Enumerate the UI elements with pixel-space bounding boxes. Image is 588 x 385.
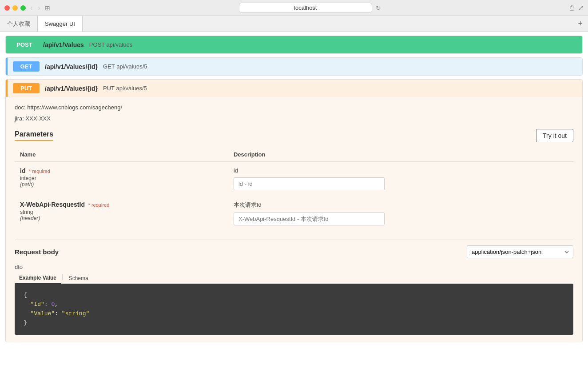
tab-bar: 个人收藏 Swagger UI + [0,16,588,32]
put-endpoint-description: PUT api/values/5 [103,85,147,92]
put-endpoint-block: PUT /api/v1/Values/{id} PUT api/values/5… [5,79,583,342]
id-description: id [234,167,568,174]
traffic-lights [4,5,26,11]
url-bar-container: localhost ↻ [54,3,566,13]
xwebapi-param-desc-cell: 本次请求Id [228,196,573,231]
browser-actions: ⎙ ⤢ [570,4,584,12]
get-method-badge: GET [13,61,40,72]
id-type-label: integer [20,175,223,181]
parameters-title: Parameters [15,130,53,141]
id-param-name-cell: id * required integer (path) [15,162,228,196]
dto-label: dto [15,264,573,270]
tab-divider: | [62,273,64,284]
post-endpoint-block: POST /api/v1/Values POST api/values [5,36,583,54]
request-body-title: Request body [15,248,59,256]
code-block: { "Id": 0, "Value": "string" } [15,284,573,335]
xwebapi-param-name: X-WebApi-ResquestId * required [20,201,223,208]
xwebapi-type-label: string [20,209,223,215]
code-id-key: "Id" [31,301,44,308]
minimize-button[interactable] [12,5,18,11]
url-bar[interactable]: localhost [239,3,372,13]
tab-bookmarks[interactable]: 个人收藏 [0,16,38,32]
xwebapi-location-label: (header) [20,215,223,221]
id-param-name: id * required [20,167,223,174]
fullscreen-button[interactable] [20,5,26,11]
add-tab-button[interactable]: + [572,16,588,32]
request-body-header: Request body application/json-patch+json… [15,240,573,258]
post-endpoint-header[interactable]: POST /api/v1/Values POST api/values [6,36,582,53]
browser-chrome: ‹ › ⊞ localhost ↻ ⎙ ⤢ [0,0,588,16]
post-endpoint-path: /api/v1/Values [43,41,84,48]
put-endpoint-path: /api/v1/Values/{id} [45,85,98,92]
jira-line: jira: XXX-XXX [15,115,573,122]
put-endpoint-header[interactable]: PUT /api/v1/Values/{id} PUT api/values/5 [6,80,582,97]
id-param-desc-cell: id [228,162,573,196]
params-table-header-row: Name Description [15,148,573,162]
description-column-header: Description [228,148,573,162]
post-method-badge: POST [11,40,38,50]
forward-button[interactable]: › [37,4,41,12]
schema-tab[interactable]: Schema [64,273,93,284]
params-table: Name Description id * required integer [15,148,573,231]
tab-swagger-label: Swagger UI [45,20,75,27]
xwebapi-required-badge: * required [88,202,110,208]
post-endpoint-description: POST api/values [89,41,132,48]
table-row: id * required integer (path) id [15,162,573,196]
xwebapi-name-label: X-WebApi-ResquestId [20,201,85,208]
tab-swagger[interactable]: Swagger UI [38,16,83,32]
resize-button[interactable]: ⤢ [578,4,584,12]
close-button[interactable] [4,5,10,11]
xwebapi-description: 本次请求Id [234,201,568,209]
main-content: POST /api/v1/Values POST api/values GET … [0,32,588,385]
xwebapi-param-name-cell: X-WebApi-ResquestId * required string (h… [15,196,228,231]
reload-button[interactable]: ↻ [376,4,381,12]
share-button[interactable]: ⎙ [570,4,574,12]
table-row: X-WebApi-ResquestId * required string (h… [15,196,573,231]
params-table-head: Name Description [15,148,573,162]
params-table-body: id * required integer (path) id [15,162,573,231]
parameters-section-header: Parameters Try it out [15,129,573,144]
get-endpoint-header[interactable]: GET /api/v1/Values/{id} GET api/values/5 [6,58,582,75]
example-value-tab[interactable]: Example Value [15,273,61,284]
get-endpoint-path: /api/v1/Values/{id} [45,63,98,70]
try-it-out-button[interactable]: Try it out [536,129,573,142]
doc-line: doc: https://www.cnblogs.com/sagecheng/ [15,104,573,111]
get-endpoint-description: GET api/values/5 [103,63,147,70]
code-value-value: "string" [62,310,89,317]
code-value-key: "Value" [31,310,55,317]
id-name-label: id [20,167,25,174]
id-param-input[interactable] [234,177,385,190]
put-expanded-section: doc: https://www.cnblogs.com/sagecheng/ … [6,97,582,342]
put-method-badge: PUT [13,83,40,93]
name-column-header: Name [15,148,228,162]
content-type-select[interactable]: application/json-patch+json application/… [467,245,573,258]
id-required-badge: * required [29,168,50,174]
tab-icon-button[interactable]: ⊞ [45,4,50,12]
get-endpoint-block: GET /api/v1/Values/{id} GET api/values/5 [5,57,583,76]
example-schema-tabs: Example Value | Schema [15,273,573,284]
tab-bookmarks-label: 个人收藏 [7,20,30,28]
back-button[interactable]: ‹ [29,4,33,12]
id-location-label: (path) [20,181,223,188]
xwebapi-param-input[interactable] [234,213,385,225]
